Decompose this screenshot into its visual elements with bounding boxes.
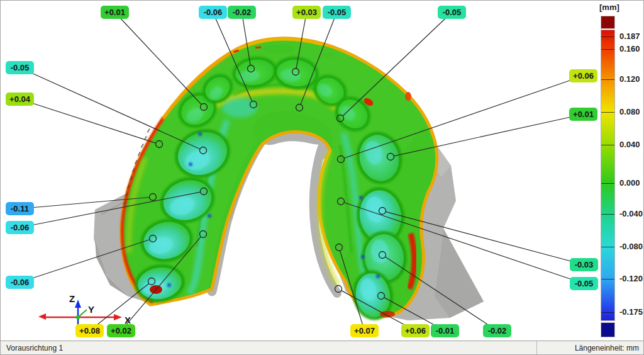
deviation-value: -0.01 bbox=[436, 326, 455, 335]
status-bar: Vorausrichtung 1 Längeneinheit: mm bbox=[1, 341, 643, 354]
scale-unit-label: [mm] bbox=[599, 3, 637, 12]
deviation-value: +0.06 bbox=[573, 71, 594, 81]
deviation-callout[interactable]: +0.07 bbox=[350, 324, 379, 337]
z-axis-label: Z bbox=[69, 293, 75, 304]
deviation-callout[interactable]: -0.02 bbox=[228, 6, 256, 19]
inspection-window: Z Y X +0.01-0.06-0.02+0.03-0.05-0.05+0.0… bbox=[0, 0, 644, 355]
scale-tick-label: 0.040 bbox=[619, 140, 644, 150]
deviation-value: +0.06 bbox=[405, 326, 426, 335]
scale-tick-line bbox=[601, 183, 614, 184]
deep-deviation-spot bbox=[167, 283, 171, 287]
deviation-callout[interactable]: +0.02 bbox=[107, 324, 135, 337]
deviation-callout[interactable]: +0.01 bbox=[569, 108, 597, 121]
dental-model bbox=[121, 38, 436, 324]
deviation-callout[interactable]: -0.06 bbox=[199, 6, 227, 19]
deviation-value: +0.02 bbox=[111, 326, 131, 335]
deviation-callout[interactable]: -0.06 bbox=[6, 276, 34, 289]
deviation-value: -0.05 bbox=[443, 8, 462, 17]
deviation-value: +0.01 bbox=[104, 8, 125, 17]
scale-tick-label: -0.040 bbox=[619, 209, 644, 219]
scale-tick-line bbox=[601, 37, 614, 37]
deviation-value: -0.05 bbox=[575, 279, 594, 288]
model-viewport[interactable]: Z Y X +0.01-0.06-0.02+0.03-0.05-0.05+0.0… bbox=[1, 1, 644, 355]
scale-tick-line bbox=[601, 279, 614, 279]
deep-deviation-spot bbox=[189, 162, 192, 166]
deviation-callout[interactable]: -0.01 bbox=[431, 324, 459, 337]
deviation-value: +0.08 bbox=[79, 326, 100, 335]
deviation-callout[interactable]: +0.08 bbox=[75, 324, 104, 337]
z-axis-arrow bbox=[75, 300, 81, 308]
deviation-value: +0.03 bbox=[296, 8, 317, 17]
scale-tick-line bbox=[601, 247, 614, 247]
deviation-callout[interactable]: -0.05 bbox=[438, 6, 466, 19]
deviation-value: -0.02 bbox=[488, 326, 507, 335]
deep-deviation-spot bbox=[208, 214, 211, 218]
deviation-callout[interactable]: +0.06 bbox=[401, 324, 430, 337]
deviation-value: -0.11 bbox=[11, 204, 29, 213]
scale-tick-line bbox=[601, 214, 614, 215]
scale-overflow-bottom bbox=[601, 323, 614, 337]
deviation-callout[interactable]: +0.01 bbox=[101, 6, 129, 19]
alignment-status-text: Vorausrichtung 1 bbox=[1, 344, 536, 352]
y-axis-origin-dot bbox=[76, 315, 80, 319]
deviation-value: -0.06 bbox=[11, 278, 30, 287]
deep-deviation-spot bbox=[361, 255, 365, 259]
scale-tick-label: -0.175 bbox=[619, 307, 644, 317]
scale-tick-label: -0.120 bbox=[619, 274, 644, 284]
deviation-callout[interactable]: -0.02 bbox=[483, 324, 511, 337]
deviation-callout[interactable]: -0.05 bbox=[6, 61, 34, 74]
deviation-value: -0.05 bbox=[11, 63, 30, 72]
scale-tick-label: 0.160 bbox=[619, 44, 644, 54]
scale-tick-label: 0.000 bbox=[619, 178, 644, 188]
leader-line bbox=[20, 99, 156, 144]
y-axis-label: Y bbox=[88, 304, 94, 315]
deviation-value: -0.05 bbox=[328, 8, 347, 17]
deviation-callout[interactable]: -0.11 bbox=[6, 202, 34, 215]
deviation-value: -0.06 bbox=[11, 223, 30, 232]
scale-tick-line bbox=[601, 79, 614, 80]
unit-status-text: Längeneinheit: mm bbox=[537, 344, 643, 352]
deviation-callout[interactable]: +0.06 bbox=[569, 69, 597, 82]
deviation-callout[interactable]: -0.06 bbox=[6, 221, 34, 234]
x-axis-arrow bbox=[114, 314, 122, 320]
scale-tick-label: 0.187 bbox=[619, 31, 644, 42]
deviation-callout[interactable]: -0.03 bbox=[570, 258, 598, 271]
scale-tick-label: 0.080 bbox=[619, 107, 644, 117]
leader-line bbox=[115, 13, 202, 104]
deep-deviation-spot bbox=[359, 196, 363, 200]
deep-deviation-spot bbox=[198, 132, 202, 136]
deviation-value: -0.02 bbox=[233, 8, 252, 17]
deviation-value: +0.01 bbox=[573, 110, 594, 119]
scale-tick-line bbox=[601, 49, 614, 50]
scale-tick-line bbox=[601, 312, 614, 313]
deep-deviation-spot bbox=[376, 274, 380, 278]
scale-tick-label: -0.080 bbox=[619, 242, 644, 252]
scale-tick-line bbox=[601, 112, 614, 113]
deviation-callout[interactable]: -0.05 bbox=[570, 277, 598, 290]
deviation-callout[interactable]: +0.04 bbox=[6, 93, 34, 106]
deviation-value: -0.06 bbox=[204, 8, 223, 17]
deviation-value: +0.07 bbox=[354, 326, 375, 335]
deviation-callout[interactable]: +0.03 bbox=[292, 6, 321, 19]
color-scale-bar bbox=[601, 30, 614, 320]
scale-overflow-top bbox=[601, 16, 614, 28]
deviation-callout[interactable]: -0.05 bbox=[323, 6, 351, 19]
deviation-value: -0.03 bbox=[575, 260, 594, 269]
deviation-value: +0.04 bbox=[9, 94, 31, 104]
scale-tick-label: 0.120 bbox=[619, 74, 644, 84]
scale-tick-line bbox=[601, 145, 614, 145]
